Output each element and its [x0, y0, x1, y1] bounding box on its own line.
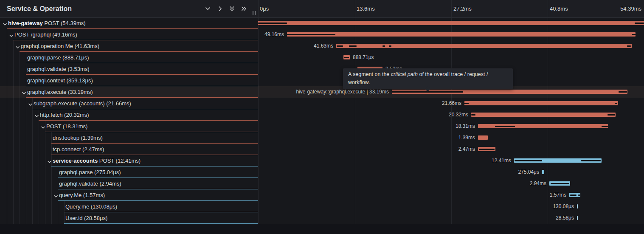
span-row[interactable]: service-accounts POST (12.41ms)12.41ms — [0, 155, 644, 166]
span-row[interactable]: graphql.context (359.13μs)359.13μs — [0, 75, 644, 86]
critical-path-segment — [551, 183, 569, 184]
chevron-right-icon[interactable] — [217, 6, 223, 12]
axis-tick-label: 54.39ms — [620, 0, 641, 17]
chevron-down-icon[interactable] — [47, 158, 52, 163]
critical-path-segment — [570, 195, 577, 196]
chevron-down-icon[interactable] — [28, 101, 33, 106]
span-duration-bar[interactable] — [577, 204, 578, 209]
service-operation-title: Service & Operation — [7, 0, 72, 17]
critical-path-segment — [479, 149, 495, 150]
span-row[interactable]: graphql.parse (275.04μs)275.04μs — [0, 166, 644, 178]
span-name-label: tcp.connect (2.47ms) — [53, 144, 104, 155]
span-row[interactable]: http.fetch (20.32ms)20.32ms — [0, 109, 644, 121]
span-name-label: hive-gateway POST (54.39ms) — [8, 17, 86, 29]
span-duration-bar[interactable] — [258, 21, 644, 25]
bottom-spacer — [0, 224, 644, 234]
span-name-label: POST /graphql (49.16ms) — [14, 29, 77, 40]
span-duration-label: 12.41ms — [492, 155, 511, 166]
span-tree-cell[interactable]: graphql.validate (3.53ms) — [0, 63, 258, 75]
span-name-label: graphql.execute (33.19ms) — [27, 86, 93, 98]
chevron-down-icon[interactable] — [15, 44, 20, 48]
span-duration-bar[interactable] — [471, 113, 616, 117]
chevron-down-icon[interactable] — [41, 124, 45, 129]
span-duration-bar[interactable] — [577, 216, 578, 220]
span-duration-bar[interactable] — [542, 170, 544, 174]
span-row[interactable]: query.Me (1.57ms)1.57ms — [0, 189, 644, 201]
span-tree-cell[interactable]: service-accounts POST (12.41ms) — [0, 155, 258, 166]
chevron-down-icon[interactable] — [22, 90, 26, 94]
span-tree-cell[interactable]: Query.me (130.08μs) — [0, 201, 258, 212]
span-duration-bar[interactable] — [287, 32, 636, 37]
span-row[interactable]: Query.me (130.08μs)130.08μs — [0, 201, 644, 212]
span-tree-cell[interactable]: dns.lookup (1.39ms) — [0, 132, 258, 144]
span-tree-cell[interactable]: graphql.parse (275.04μs) — [0, 166, 258, 178]
span-duration-label: 41.63ms — [314, 40, 333, 52]
span-row[interactable]: graphql.parse (888.71μs)888.71μs — [0, 52, 644, 63]
span-name-label: query.Me (1.57ms) — [59, 189, 105, 201]
span-tree-cell[interactable]: graphql.validate (2.94ms) — [0, 178, 258, 189]
axis-gridline — [451, 0, 452, 17]
span-duration-label: 275.04μs — [518, 166, 539, 178]
axis-tick-label: 0μs — [260, 0, 269, 17]
span-duration-bar[interactable] — [464, 101, 618, 105]
span-duration-bar[interactable] — [478, 135, 488, 140]
span-tree-cell[interactable]: query.Me (1.57ms) — [0, 189, 258, 201]
span-duration-label: 21.66ms — [442, 98, 461, 109]
critical-path-segment — [382, 45, 385, 47]
span-duration-label: 2.47ms — [458, 144, 475, 155]
span-tree-cell[interactable]: http.fetch (20.32ms) — [0, 109, 258, 121]
span-duration-label: 130.08μs — [553, 201, 574, 212]
chevron-down-icon[interactable] — [205, 6, 211, 12]
span-tree-cell[interactable]: hive-gateway POST (54.39ms) — [0, 17, 258, 29]
chevron-down-icon[interactable] — [9, 32, 14, 37]
double-chevron-right-icon[interactable] — [241, 6, 247, 12]
double-chevron-down-icon[interactable] — [229, 6, 235, 12]
span-row[interactable]: graphql.operation Me (41.63ms)41.63ms — [0, 40, 644, 52]
span-row[interactable]: dns.lookup (1.39ms)1.39ms — [0, 132, 644, 144]
trace-waterfall-view: hive-gateway POST (54.39ms)POST /graphql… — [0, 0, 644, 234]
span-duration-label: 888.71μs — [353, 52, 374, 63]
chevron-down-icon[interactable] — [34, 113, 39, 117]
span-name-label: graphql.validate (3.53ms) — [27, 63, 90, 75]
span-row[interactable]: graphql.validate (3.53ms)3.53ms — [0, 63, 644, 75]
span-row[interactable]: graphql.validate (2.94ms)2.94ms — [0, 178, 644, 189]
span-row[interactable]: POST (18.31ms)18.31ms — [0, 121, 644, 132]
critical-path-segment — [602, 126, 608, 127]
span-duration-label: 1.57ms — [550, 189, 566, 201]
critical-path-segment — [615, 103, 617, 104]
span-name-label: graphql.validate (2.94ms) — [59, 178, 121, 189]
span-tree-cell[interactable]: tcp.connect (2.47ms) — [0, 144, 258, 155]
span-row[interactable]: subgraph.execute (accounts) (21.66ms)21.… — [0, 98, 644, 109]
span-name-label: dns.lookup (1.39ms) — [53, 132, 103, 144]
span-tree-cell[interactable]: subgraph.execute (accounts) (21.66ms) — [0, 98, 258, 109]
critical-path-segment — [632, 34, 636, 35]
span-name-label: subgraph.execute (accounts) (21.66ms) — [34, 98, 131, 109]
span-tree-cell[interactable]: graphql.operation Me (41.63ms) — [0, 40, 258, 52]
span-tree-cell[interactable]: graphql.execute (33.19ms) — [0, 86, 258, 98]
span-tree-cell[interactable]: graphql.parse (888.71μs) — [0, 52, 258, 63]
chevron-down-icon[interactable] — [3, 21, 7, 25]
axis-gridline — [258, 0, 259, 17]
span-row[interactable]: POST /graphql (49.16ms)49.16ms — [0, 29, 644, 40]
span-duration-bar[interactable] — [336, 44, 632, 48]
span-tree-cell[interactable]: User.id (28.58μs) — [0, 212, 258, 224]
critical-path-segment — [619, 91, 627, 93]
tooltip-text: A segment on the critical path of the ov… — [348, 71, 488, 85]
span-duration-label: 28.58μs — [556, 212, 574, 224]
span-tree-cell[interactable]: POST /graphql (49.16ms) — [0, 29, 258, 40]
span-row[interactable]: tcp.connect (2.47ms)2.47ms — [0, 144, 644, 155]
span-row[interactable]: User.id (28.58μs)28.58μs — [0, 212, 644, 224]
span-name-label: service-accounts POST (12.41ms) — [53, 155, 141, 166]
span-name-label: Query.me (130.08μs) — [65, 201, 117, 212]
critical-path-segment — [515, 160, 542, 161]
column-resize-handle[interactable] — [253, 11, 256, 15]
critical-path-segment — [471, 114, 475, 116]
span-row[interactable]: graphql.execute (33.19ms)hive-gateway::g… — [0, 86, 644, 98]
span-tree-cell[interactable]: graphql.context (359.13μs) — [0, 75, 258, 86]
critical-path-segment — [464, 103, 469, 104]
span-tree-cell[interactable]: POST (18.31ms) — [0, 121, 258, 132]
chevron-down-icon[interactable] — [53, 193, 58, 197]
span-row[interactable]: hive-gateway POST (54.39ms) — [0, 17, 644, 29]
axis-tick-label: 13.6ms — [357, 0, 375, 17]
critical-path-segment — [389, 45, 391, 47]
